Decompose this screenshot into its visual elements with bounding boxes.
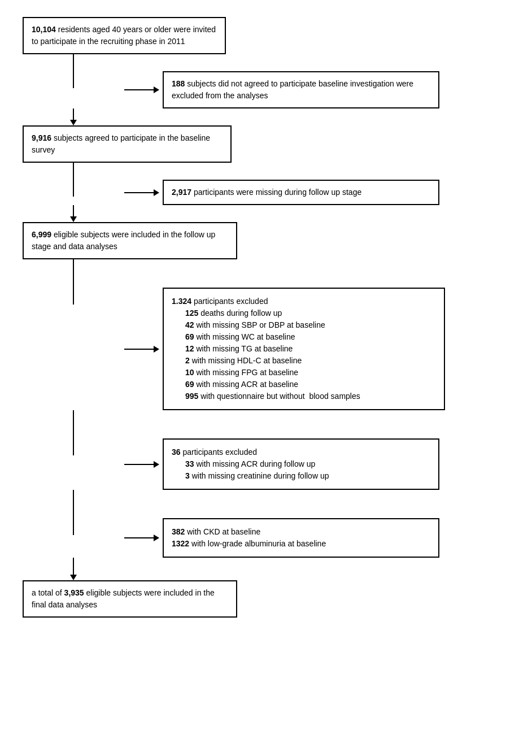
- excl3-title: 1.324 participants excluded: [172, 296, 436, 307]
- box-excl2: 2,917 participants were missing during f…: [163, 180, 439, 205]
- box-excl4: 36 participants excluded 33 with missing…: [163, 438, 439, 490]
- box2-text: subjects agreed to participate in the ba…: [32, 133, 210, 154]
- excl3-item-3: 69 with missing WC at baseline: [172, 331, 436, 343]
- excl3-item-5: 2 with missing HDL-C at baseline: [172, 355, 436, 367]
- box3-bold: 6,999: [32, 230, 51, 239]
- excl4-item-1: 33 with missing ACR during follow up: [172, 458, 430, 470]
- excl2-bold: 2,917: [172, 188, 191, 197]
- excl1-text: subjects did not agreed to participate b…: [172, 79, 413, 100]
- box3-text: eligible subjects were included in the f…: [32, 230, 215, 251]
- flowchart: 10,104 residents aged 40 years or older …: [11, 11, 521, 623]
- excl4-item-2: 3 with missing creatinine during follow …: [172, 470, 430, 482]
- excl3-item-7: 69 with missing ACR at baseline: [172, 379, 436, 390]
- excl3-item-6: 10 with missing FPG at baseline: [172, 367, 436, 379]
- excl3-item-4: 12 with missing TG at baseline: [172, 343, 436, 355]
- box4-pre: a total of: [32, 588, 64, 597]
- box-excl3: 1.324 participants excluded 125 deaths d…: [163, 288, 445, 410]
- box2-bold: 9,916: [32, 133, 51, 142]
- box-excl1: 188 subjects did not agreed to participa…: [163, 71, 439, 108]
- excl4-title: 36 participants excluded: [172, 446, 430, 458]
- excl5-item-2: 1322 with low-grade albuminuria at basel…: [172, 538, 430, 550]
- box-baseline: 9,916 subjects agreed to participate in …: [23, 125, 232, 163]
- box-final: a total of 3,935 eligible subjects were …: [23, 580, 237, 618]
- excl3-item-8: 995 with questionnaire but without blood…: [172, 390, 436, 402]
- box-eligible: 6,999 eligible subjects were included in…: [23, 222, 237, 259]
- excl3-item-1: 125 deaths during follow up: [172, 307, 436, 319]
- excl2-text: participants were missing during follow …: [191, 188, 361, 197]
- box-excl5: 382 with CKD at baseline 1322 with low-g…: [163, 518, 439, 558]
- box1-bold: 10,104: [32, 25, 56, 34]
- excl3-item-2: 42 with missing SBP or DBP at baseline: [172, 319, 436, 331]
- excl5-item-1: 382 with CKD at baseline: [172, 526, 430, 538]
- box-initial: 10,104 residents aged 40 years or older …: [23, 17, 226, 54]
- box4-bold: 3,935: [64, 588, 84, 597]
- box1-text: 10,104 residents aged 40 years or older …: [32, 25, 216, 46]
- excl1-bold: 188: [172, 79, 185, 88]
